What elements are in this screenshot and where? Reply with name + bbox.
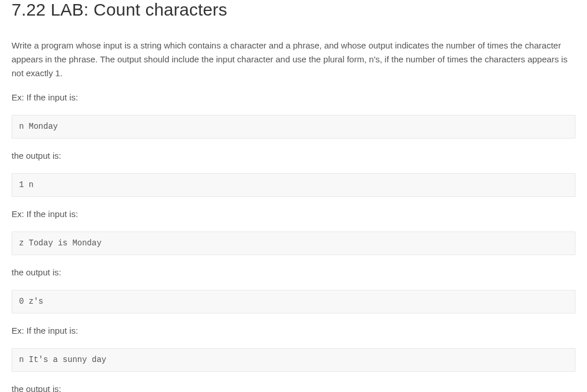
example-input-label: Ex: If the input is: [12,207,575,221]
intro-paragraph: Write a program whose input is a string … [12,39,575,80]
example-input-label: Ex: If the input is: [12,91,575,104]
code-block-input: n Monday [12,115,575,139]
code-block-input: z Today is Monday [12,232,575,255]
example-output-label: the output is: [12,149,575,163]
example-output-label: the output is: [12,266,575,279]
code-block-output: 0 z's [12,290,575,313]
code-block-output: 1 n [12,173,575,197]
example-input-label: Ex: If the input is: [12,324,575,338]
example-output-label: the output is: [12,382,575,392]
code-block-input: n It's a sunny day [12,348,575,372]
page-title: 7.22 LAB: Count characters [12,0,575,23]
